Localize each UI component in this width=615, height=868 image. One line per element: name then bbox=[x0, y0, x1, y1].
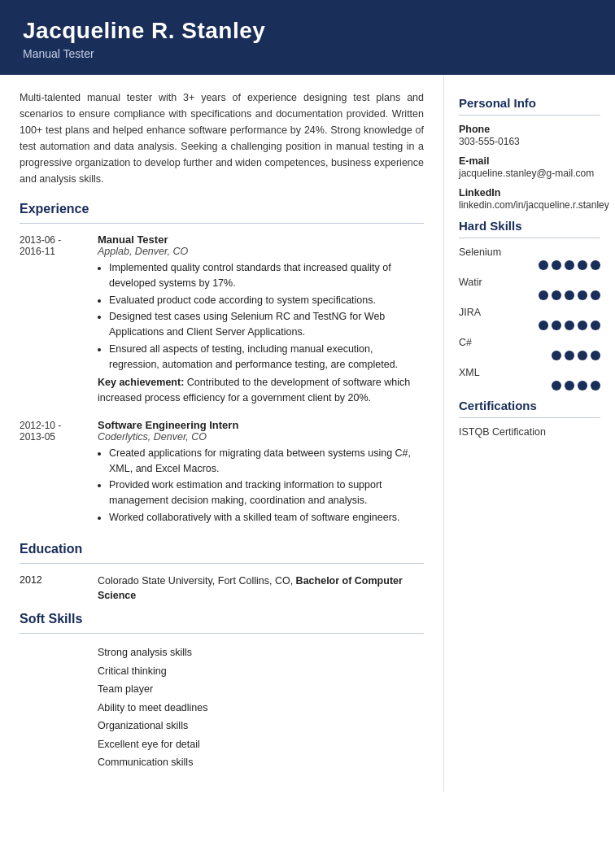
experience-item: 2013-06 - 2016-11Manual TesterApplab, De… bbox=[20, 233, 424, 406]
skill-dot bbox=[565, 381, 574, 390]
skill-dot bbox=[552, 260, 561, 270]
exp-bullet: Provided work estimation and tracking in… bbox=[109, 478, 424, 508]
skill-dot bbox=[565, 260, 574, 270]
skill-dot bbox=[552, 290, 561, 300]
skill-dot bbox=[565, 290, 574, 300]
education-item: 2012Colorado State University, Fort Coll… bbox=[20, 574, 424, 604]
exp-bullet: Worked collaboratively with a skilled te… bbox=[109, 510, 424, 526]
education-divider bbox=[20, 563, 424, 564]
certification-item: ISTQB Certification bbox=[459, 426, 600, 438]
experience-section: Experience 2013-06 - 2016-11Manual Teste… bbox=[20, 202, 424, 529]
exp-bullet: Implemented quality control standards th… bbox=[109, 260, 424, 291]
skill-dot bbox=[591, 260, 600, 270]
soft-skill-item: Excellent eye for detail bbox=[98, 735, 424, 754]
certifications-divider bbox=[459, 417, 600, 418]
skill-dots bbox=[459, 260, 600, 270]
experience-divider bbox=[20, 223, 424, 224]
exp-bullet: Ensured all aspects of testing, includin… bbox=[109, 342, 424, 373]
hard-skills-title: Hard Skills bbox=[459, 219, 600, 233]
skill-dot bbox=[552, 321, 561, 330]
email-label: E-mail bbox=[459, 155, 600, 167]
skill-dot bbox=[552, 351, 561, 360]
exp-dates: 2012-10 - 2013-05 bbox=[20, 419, 85, 529]
experience-title: Experience bbox=[20, 202, 424, 216]
soft-skill-item: Strong analysis skills bbox=[98, 643, 424, 662]
exp-dates: 2013-06 - 2016-11 bbox=[20, 233, 85, 406]
soft-skill-item: Ability to meet deadlines bbox=[98, 699, 424, 718]
skill-dots bbox=[459, 351, 600, 360]
hard-skill-item: Selenium bbox=[459, 246, 600, 270]
skill-dot bbox=[578, 321, 587, 330]
hard-skills-list: SeleniumWatirJIRAC#XML bbox=[459, 246, 600, 390]
personal-info-section: Personal Info Phone 303-555-0163 E-mail … bbox=[459, 96, 600, 211]
edu-content: Colorado State University, Fort Collins,… bbox=[98, 574, 424, 604]
exp-key-achievement: Key achievement: Contributed to the deve… bbox=[98, 375, 424, 406]
exp-content: Manual TesterApplab, Denver, COImplement… bbox=[98, 233, 424, 406]
skill-dot bbox=[539, 290, 548, 300]
linkedin-label: LinkedIn bbox=[459, 187, 600, 198]
soft-skill-item: Communication skills bbox=[98, 753, 424, 772]
soft-skills-divider bbox=[20, 633, 424, 634]
linkedin-value: linkedin.com/in/jacqueline.r.stanley bbox=[459, 199, 600, 211]
skill-dot bbox=[591, 351, 600, 360]
summary-text: Multi-talented manual tester with 3+ yea… bbox=[20, 89, 424, 187]
soft-skills-title: Soft Skills bbox=[20, 612, 424, 626]
experience-item: 2012-10 - 2013-05Software Engineering In… bbox=[20, 419, 424, 529]
exp-bullet: Created applications for migrating data … bbox=[109, 446, 424, 477]
hard-skills-divider bbox=[459, 238, 600, 238]
exp-company: Applab, Denver, CO bbox=[98, 246, 424, 257]
edu-year: 2012 bbox=[20, 574, 85, 604]
exp-content: Software Engineering InternCoderlytics, … bbox=[98, 419, 424, 529]
hard-skill-item: XML bbox=[459, 367, 600, 390]
main-layout: Multi-talented manual tester with 3+ yea… bbox=[0, 75, 615, 792]
soft-skills-section: Soft Skills Strong analysis skillsCritic… bbox=[20, 612, 424, 772]
soft-skills-list: Strong analysis skillsCritical thinkingT… bbox=[98, 643, 424, 772]
skill-dot bbox=[578, 260, 587, 270]
phone-value: 303-555-0163 bbox=[459, 136, 600, 147]
skill-dots bbox=[459, 381, 600, 390]
skill-dots bbox=[459, 290, 600, 300]
resume-header: Jacqueline R. Stanley Manual Tester bbox=[0, 0, 615, 75]
email-value: jacqueline.stanley@g-mail.com bbox=[459, 168, 600, 179]
exp-company: Coderlytics, Denver, CO bbox=[98, 431, 424, 443]
personal-info-divider bbox=[459, 115, 600, 116]
hard-skills-section: Hard Skills SeleniumWatirJIRAC#XML bbox=[459, 219, 600, 390]
certifications-section: Certifications ISTQB Certification bbox=[459, 399, 600, 438]
skill-dots bbox=[459, 321, 600, 330]
certifications-title: Certifications bbox=[459, 399, 600, 412]
exp-job-title: Software Engineering Intern bbox=[98, 419, 424, 431]
hard-skill-name: JIRA bbox=[459, 307, 600, 318]
skill-dot bbox=[565, 321, 574, 330]
soft-skills-row: Strong analysis skillsCritical thinkingT… bbox=[20, 643, 424, 772]
skill-dot bbox=[578, 351, 587, 360]
phone-label: Phone bbox=[459, 124, 600, 135]
skill-dot bbox=[539, 321, 548, 330]
hard-skill-name: XML bbox=[459, 367, 600, 378]
skill-dot bbox=[539, 260, 548, 270]
hard-skill-item: C# bbox=[459, 337, 600, 360]
hard-skill-item: JIRA bbox=[459, 307, 600, 330]
left-column: Multi-talented manual tester with 3+ yea… bbox=[0, 75, 444, 792]
skill-dot bbox=[565, 351, 574, 360]
hard-skill-name: Watir bbox=[459, 277, 600, 288]
exp-bullet: Evaluated product code according to syst… bbox=[109, 293, 424, 308]
hard-skill-name: Selenium bbox=[459, 246, 600, 258]
exp-bullet: Designed test cases using Selenium RC an… bbox=[109, 309, 424, 340]
personal-info-title: Personal Info bbox=[459, 96, 600, 110]
candidate-title: Manual Tester bbox=[23, 47, 592, 60]
education-list: 2012Colorado State University, Fort Coll… bbox=[20, 574, 424, 604]
education-section: Education 2012Colorado State University,… bbox=[20, 542, 424, 604]
skill-dot bbox=[591, 381, 600, 390]
right-column: Personal Info Phone 303-555-0163 E-mail … bbox=[444, 75, 615, 457]
exp-job-title: Manual Tester bbox=[98, 233, 424, 246]
hard-skill-item: Watir bbox=[459, 277, 600, 300]
soft-skill-item: Organizational skills bbox=[98, 717, 424, 735]
education-title: Education bbox=[20, 542, 424, 556]
skill-dot bbox=[591, 290, 600, 300]
experience-list: 2013-06 - 2016-11Manual TesterApplab, De… bbox=[20, 233, 424, 529]
skill-dot bbox=[552, 381, 561, 390]
soft-skill-item: Team player bbox=[98, 680, 424, 699]
skill-dot bbox=[578, 381, 587, 390]
skill-dot bbox=[591, 321, 600, 330]
hard-skill-name: C# bbox=[459, 337, 600, 348]
